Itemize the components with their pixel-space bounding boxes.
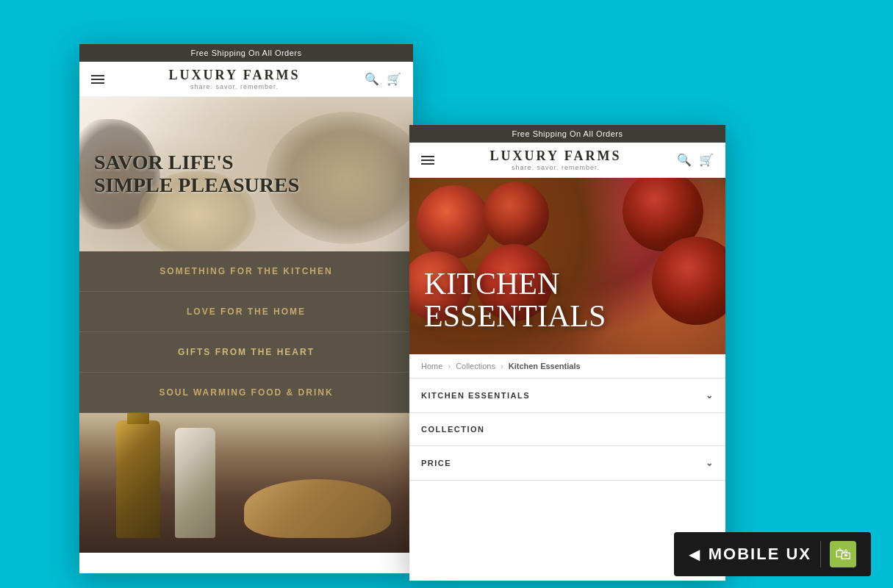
filter-label-collection: COLLECTION [421,425,485,434]
left-nav-icons: 🔍 🛒 [365,72,401,86]
filter-kitchen-essentials: KITCHEN ESSENTIALS ⌄ [409,379,725,413]
breadcrumb-current: Kitchen Essentials [509,362,581,370]
search-icon[interactable]: 🔍 [365,72,379,86]
breadcrumb-separator-2: › [501,362,503,370]
badge-divider [820,541,821,567]
filter-header-kitchen[interactable]: KITCHEN ESSENTIALS ⌄ [409,379,725,412]
right-nav-bar: LUXURY FARMS share. savor. remember. 🔍 🛒 [409,143,725,178]
left-announcement-text: Free Shipping On All Orders [190,49,301,57]
right-search-icon[interactable]: 🔍 [677,153,692,167]
breadcrumb: Home › Collections › Kitchen Essentials [409,354,725,379]
filter-header-collection[interactable]: COLLECTION [409,413,725,445]
menu-item-food-drink[interactable]: SOUL WARMING FOOD & DRINK [79,373,413,413]
breadcrumb-separator-1: › [448,362,451,370]
right-nav-icons: 🔍 🛒 [677,153,714,167]
shopify-icon: 🛍 [830,541,856,567]
cart-icon[interactable]: 🛒 [387,72,401,86]
filter-label-kitchen: KITCHEN ESSENTIALS [421,391,530,400]
right-announcement-bar: Free Shipping On All Orders [409,125,725,143]
left-hero: SAVOR LIFE'S SIMPLE PLEASURES [79,97,413,251]
menu-item-gifts[interactable]: GIFTS FROM THE HEART [79,332,413,373]
breadcrumb-collections[interactable]: Collections [456,362,495,370]
right-cart-icon[interactable]: 🛒 [699,153,714,167]
fig-2 [483,182,549,248]
right-hero-text: KITCHEN ESSENTIALS [424,268,606,332]
filter-header-price[interactable]: PRICE ⌄ [409,446,725,480]
chevron-down-icon-kitchen: ⌄ [706,390,714,401]
phone-left: Free Shipping On All Orders LUXURY FARMS… [79,44,413,573]
chevron-down-icon-price: ⌄ [706,458,714,468]
right-hero-headline: KITCHEN ESSENTIALS [424,268,606,332]
right-announcement-text: Free Shipping On All Orders [512,129,623,138]
left-logo: LUXURY FARMS share. savor. remember. [104,68,365,90]
bread [244,479,391,538]
left-hero-headline: SAVOR LIFE'S SIMPLE PLEASURES [94,151,299,197]
left-menu: SOMETHING FOR THE KITCHEN LOVE FOR THE H… [79,251,413,413]
filter-label-price: PRICE [421,459,451,467]
right-hamburger-menu[interactable] [421,156,434,165]
mobile-ux-text: MOBILE UX [709,545,811,564]
left-hero-text: SAVOR LIFE'S SIMPLE PLEASURES [94,151,299,197]
menu-item-kitchen[interactable]: SOMETHING FOR THE KITCHEN [79,251,413,292]
phone-right: Free Shipping On All Orders LUXURY FARMS… [409,125,725,581]
breadcrumb-home[interactable]: Home [421,362,442,370]
left-tagline: share. savor. remember. [104,83,365,90]
page-container: Free Shipping On All Orders LUXURY FARMS… [0,0,893,588]
right-brand-name: LUXURY FARMS [434,148,677,164]
bottle-2 [175,428,215,538]
filter-price: PRICE ⌄ [409,446,725,481]
bottle-1 [116,420,160,538]
left-announcement-bar: Free Shipping On All Orders [79,44,413,62]
left-nav-bar: LUXURY FARMS share. savor. remember. 🔍 🛒 [79,62,413,97]
fig-1 [417,185,490,259]
right-logo: LUXURY FARMS share. savor. remember. [434,148,677,171]
mobile-ux-badge: ◀ MOBILE UX 🛍 [674,532,871,576]
right-hero: KITCHEN ESSENTIALS [409,178,725,354]
left-bottom-image [79,413,413,553]
filter-collection: COLLECTION [409,413,725,446]
left-brand-name: LUXURY FARMS [104,68,365,83]
menu-item-home[interactable]: LOVE FOR THE HOME [79,292,413,332]
right-tagline: share. savor. remember. [434,164,677,171]
badge-arrow-icon: ◀ [689,545,700,563]
hamburger-menu[interactable] [91,75,104,84]
